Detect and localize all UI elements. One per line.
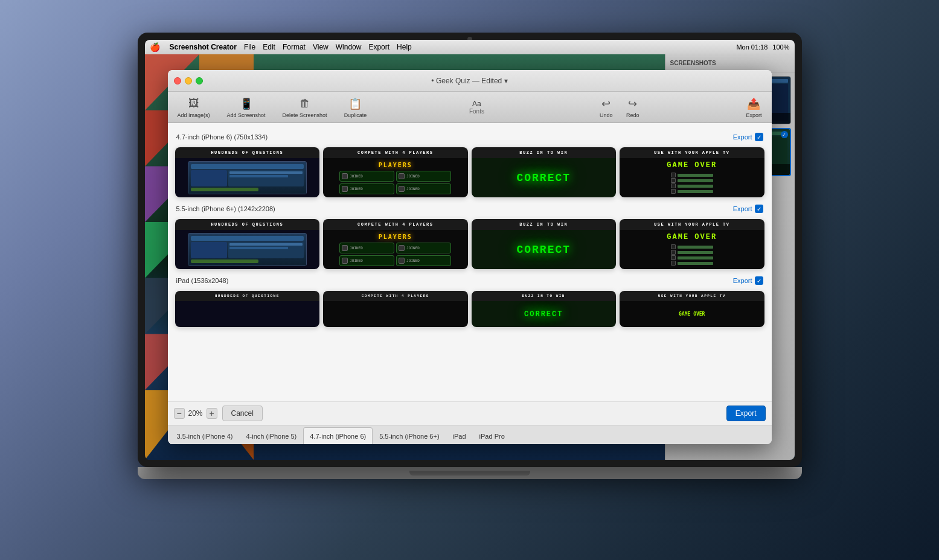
ss-title-buzz-2: BUZZ IN TO WIN [472,219,617,230]
toolbar-export-button[interactable]: 📤 Export [742,94,765,121]
zoom-plus-button[interactable]: + [207,408,217,419]
cancel-button[interactable]: Cancel [222,406,263,421]
screenshot-compete-2[interactable]: COMPETE WITH 4 PLAYERS PLAYERS JOINED JO… [323,219,468,269]
screenshot-hundreds-2[interactable]: HUNDREDS OF QUESTIONS [175,219,320,269]
tab-ipad[interactable]: iPad [446,427,473,444]
screenshot-compete-1[interactable]: COMPETE WITH 4 PLAYERS PLAYERS JOINED JO… [323,147,468,197]
ss-content-hundreds-2 [175,230,320,269]
section-iphone6-title: 4.7-inch (iPhone 6) (750x1334) [176,133,268,141]
ss-content-appletv-2: GAME OVER [620,230,764,269]
screenshot-compete-3[interactable]: COMPETE WITH 4 PLAYERS [323,291,468,327]
menu-format[interactable]: Format [283,43,306,51]
section-ipad-screenshots: HUNDREDS OF QUESTIONS COMPETE WITH 4 PLA… [174,288,766,329]
menu-export[interactable]: Export [368,43,389,51]
add-screenshot-button[interactable]: 📱 Add Screenshot [223,94,269,121]
close-button[interactable] [174,77,181,84]
ss-title-appletv-2: USE WITH YOUR APPLE TV [620,219,764,230]
add-screenshot-label: Add Screenshot [227,112,266,118]
delete-screenshot-button[interactable]: 🗑 Delete Screenshot [279,94,331,121]
minimize-button[interactable] [185,77,192,84]
tab-ipadpro[interactable]: iPad Pro [473,427,511,444]
ss-title-buzz-3: BUZZ IN TO WIN [472,291,617,301]
section-iphone6-header: 4.7-inch (iPhone 6) (750x1334) Export ✓ [174,129,766,145]
active-indicator: ✓ [781,131,788,138]
menu-help[interactable]: Help [397,43,412,51]
toolbar-export-icon: 📤 [746,97,761,111]
fonts-label: Fonts [469,108,484,115]
section-ipad-export[interactable]: Export ✓ [733,276,763,285]
game-over-display-1: GAME OVER [667,161,717,194]
ss-content-hundreds-3 [175,301,320,327]
section-ipad-title: iPad (1536x2048) [176,277,229,284]
section-iphone6plus-screenshots: HUNDREDS OF QUESTIONS [174,217,766,272]
undo-redo-group: ↩ Undo ↪ Redo [595,94,644,121]
tab-iphone6[interactable]: 4.7-inch (iPhone 6) [303,427,373,444]
device-tabs: 3.5-inch (iPhone 4) 4-inch (iPhone 5) 4.… [168,425,772,444]
macbook-base [138,467,802,479]
export-checkbox-ipad[interactable]: ✓ [755,276,763,285]
menu-window[interactable]: Window [336,43,362,51]
export-checkbox-iphone6plus[interactable]: ✓ [755,205,763,213]
screenshot-buzz-3[interactable]: BUZZ IN TO WIN CORRECT [472,291,617,327]
section-ipad-header: iPad (1536x2048) Export ✓ [174,273,766,288]
duplicate-button[interactable]: 📋 Duplicate [341,94,371,121]
add-images-button[interactable]: 🖼 Add Image(s) [174,94,214,121]
undo-label: Undo [600,112,613,118]
ss-title-compete-1: COMPETE WITH 4 PLAYERS [323,147,468,158]
screenshot-hundreds-3[interactable]: HUNDREDS OF QUESTIONS [175,291,320,327]
toolbar-export-label: Export [746,112,761,118]
menubar-right: Mon 01:18 100% [736,43,789,51]
maximize-button[interactable] [196,77,203,84]
screenshot-appletv-2[interactable]: USE WITH YOUR APPLE TV GAME OVER [620,219,764,269]
correct-text-2: CORRECT [516,244,571,256]
export-button[interactable]: Export [726,406,766,421]
zoom-minus-button[interactable]: − [174,408,185,419]
duplicate-icon: 📋 [348,97,362,111]
tab-iphone4[interactable]: 3.5-inch (iPhone 4) [170,427,240,444]
section-iphone6-export[interactable]: Export ✓ [733,133,763,141]
desktop: • Geek Quiz — Edited ▾ 🖼 Add Image(s) 📱 … [145,54,795,460]
add-screenshot-icon: 📱 [239,97,254,111]
redo-button[interactable]: ↪ Redo [622,94,644,121]
app-window: • Geek Quiz — Edited ▾ 🖼 Add Image(s) 📱 … [168,70,772,444]
section-iphone6plus: 5.5-inch (iPhone 6+) (1242x2208) Export … [174,201,766,272]
tab-iphone5[interactable]: 4-inch (iPhone 5) [239,427,303,444]
menu-file[interactable]: File [244,43,255,51]
screenshot-appletv-3[interactable]: USE WITH YOUR APPLE TV GAME OVER [620,291,764,327]
undo-icon: ↩ [599,97,614,111]
screenshot-buzz-2[interactable]: BUZZ IN TO WIN CORRECT [472,219,617,269]
macbook-hinge [409,471,530,476]
apple-icon[interactable]: 🍎 [150,42,160,52]
screenshot-buzz-1[interactable]: BUZZ IN TO WIN CORRECT [472,147,617,197]
menubar-time: Mon 01:18 [736,43,768,51]
menubar: 🍎 Screenshot Creator File Edit Format Vi… [145,40,795,54]
game-over-display-2: GAME OVER [667,233,717,266]
menu-edit[interactable]: Edit [263,43,275,51]
hundreds-screen-2 [188,233,307,266]
ss-content-buzz-1: CORRECT [472,158,617,197]
game-over-word-2: GAME OVER [667,233,717,241]
ss-title-appletv-3: USE WITH YOUR APPLE TV [620,291,764,301]
ss-title-compete-2: COMPETE WITH 4 PLAYERS [323,219,468,230]
ss-title-appletv-1: USE WITH YOUR APPLE TV [620,147,764,158]
section-iphone6plus-export[interactable]: Export ✓ [733,205,763,213]
toolbar-fonts[interactable]: Aa Fonts [469,100,484,115]
section-iphone6-screenshots: HUNDREDS OF QUESTIONS [174,145,766,200]
zoom-value: 20% [188,409,203,418]
menu-view[interactable]: View [313,43,328,51]
window-title: • Geek Quiz — Edited ▾ [431,77,507,85]
ss-title-compete-3: COMPETE WITH 4 PLAYERS [323,291,468,301]
tab-iphone6plus[interactable]: 5.5-inch (iPhone 6+) [373,427,446,444]
export-checkbox-iphone6[interactable]: ✓ [755,133,763,141]
screenshot-appletv-1[interactable]: USE WITH YOUR APPLE TV GAME OVER [620,147,764,197]
delete-screenshot-icon: 🗑 [298,97,312,111]
action-buttons-bar: − 20% + Cancel Export [168,401,772,425]
redo-label: Redo [626,112,639,118]
section-iphone6plus-title: 5.5-inch (iPhone 6+) (1242x2208) [176,205,275,212]
undo-button[interactable]: ↩ Undo [595,94,617,121]
ss-content-compete-1: PLAYERS JOINED JOINED JOINED JOINED [323,158,468,197]
screenshot-hundreds-1[interactable]: HUNDREDS OF QUESTIONS [175,147,320,197]
ss-title-buzz-1: BUZZ IN TO WIN [472,147,617,158]
ss-content-appletv-3: GAME OVER [620,301,764,327]
game-over-word-3: GAME OVER [679,311,705,317]
